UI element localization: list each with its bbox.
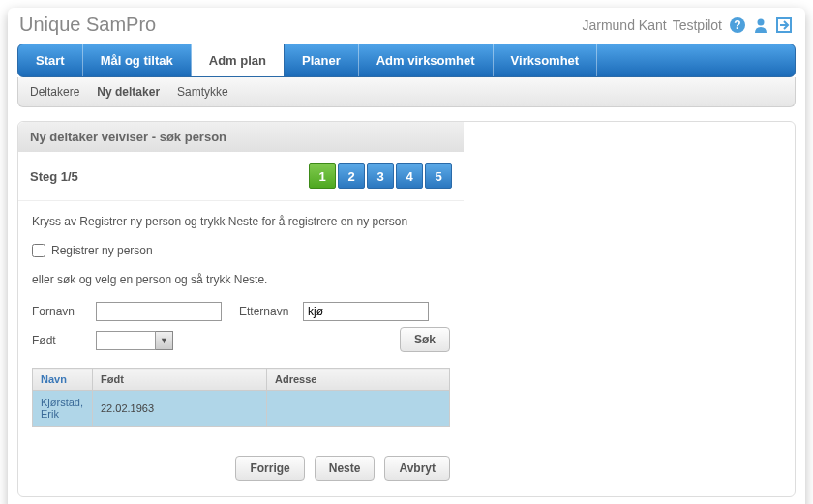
cell-fodt: 22.02.1963 — [93, 391, 267, 427]
step-3[interactable]: 3 — [367, 163, 394, 189]
subtab-ny-deltaker[interactable]: Ny deltaker — [97, 85, 160, 99]
svg-text:?: ? — [734, 18, 740, 32]
subtab-samtykke[interactable]: Samtykke — [177, 85, 228, 99]
chevron-down-icon: ▼ — [160, 336, 168, 345]
register-new-checkbox[interactable] — [32, 244, 45, 257]
cancel-button[interactable]: Avbryt — [384, 456, 450, 481]
step-boxes: 1 2 3 4 5 — [309, 163, 452, 189]
search-button[interactable]: Søk — [400, 327, 450, 352]
fornavn-input[interactable] — [96, 302, 222, 321]
etternavn-input[interactable] — [303, 302, 429, 321]
wizard-title: Ny deltaker veiviser - søk person — [18, 122, 464, 152]
svg-point-2 — [758, 18, 765, 25]
mode-label: Testpilot — [673, 17, 722, 33]
fodt-label: Født — [32, 334, 88, 347]
instruction-2: eller søk og velg en person og så trykk … — [32, 273, 450, 286]
next-button[interactable]: Neste — [315, 456, 376, 481]
tab-mal-og-tiltak[interactable]: Mål og tiltak — [83, 44, 192, 76]
wizard-body: Kryss av Registrer ny person og trykk Ne… — [18, 201, 464, 440]
register-checkbox-row: Registrer ny person — [32, 244, 450, 257]
step-indicator-row: Steg 1/5 1 2 3 4 5 — [18, 152, 464, 201]
fodt-dropdown-button[interactable]: ▼ — [156, 331, 173, 350]
header: Unique SamPro Jarmund Kant Testpilot ? — [8, 8, 805, 44]
search-row: Søk — [32, 327, 450, 352]
table-row[interactable]: Kjørstad, Erik 22.02.1963 — [33, 391, 450, 427]
instruction-1: Kryss av Registrer ny person og trykk Ne… — [32, 215, 450, 228]
tab-adm-virksomhet[interactable]: Adm virksomhet — [359, 44, 494, 76]
step-4[interactable]: 4 — [396, 163, 423, 189]
table-header-row: Navn Født Adresse — [33, 369, 450, 391]
step-label: Steg 1/5 — [30, 169, 78, 184]
wizard-buttons: Forrige Neste Avbryt — [18, 440, 464, 496]
tab-planer[interactable]: Planer — [285, 44, 359, 76]
logout-icon[interactable] — [774, 15, 794, 35]
subtab-deltakere[interactable]: Deltakere — [30, 85, 79, 99]
app-title: Unique SamPro — [19, 14, 156, 36]
fodt-select: ▼ — [96, 331, 173, 350]
main-tabs: Start Mål og tiltak Adm plan Planer Adm … — [17, 44, 796, 77]
wizard-panel: Ny deltaker veiviser - søk person Steg 1… — [17, 121, 796, 497]
help-icon[interactable]: ? — [728, 15, 747, 35]
sub-tabs: Deltakere Ny deltaker Samtykke — [17, 77, 796, 107]
step-1[interactable]: 1 — [309, 163, 336, 189]
fornavn-label: Fornavn — [32, 305, 88, 318]
tab-adm-plan[interactable]: Adm plan — [192, 44, 285, 76]
col-adresse[interactable]: Adresse — [267, 369, 450, 391]
col-fodt[interactable]: Født — [93, 369, 267, 391]
step-5[interactable]: 5 — [425, 163, 452, 189]
register-checkbox-label: Registrer ny person — [51, 244, 153, 257]
tab-virksomhet[interactable]: Virksomhet — [494, 44, 598, 76]
header-right: Jarmund Kant Testpilot ? — [582, 15, 794, 35]
app-window: Unique SamPro Jarmund Kant Testpilot ? S… — [8, 8, 805, 504]
step-2[interactable]: 2 — [338, 163, 365, 189]
col-navn[interactable]: Navn — [33, 369, 93, 391]
name-row: Fornavn Etternavn — [32, 302, 450, 321]
results-table: Navn Født Adresse Kjørstad, Erik 22.02.1… — [32, 368, 450, 427]
user-icon[interactable] — [751, 15, 770, 35]
prev-button[interactable]: Forrige — [235, 456, 304, 481]
wizard-header: Ny deltaker veiviser - søk person — [18, 122, 464, 152]
etternavn-label: Etternavn — [239, 305, 295, 318]
fodt-input[interactable] — [96, 331, 156, 350]
user-name: Jarmund Kant — [582, 17, 666, 33]
cell-adresse — [267, 391, 450, 427]
cell-navn: Kjørstad, Erik — [33, 391, 93, 427]
tab-start[interactable]: Start — [18, 44, 83, 76]
